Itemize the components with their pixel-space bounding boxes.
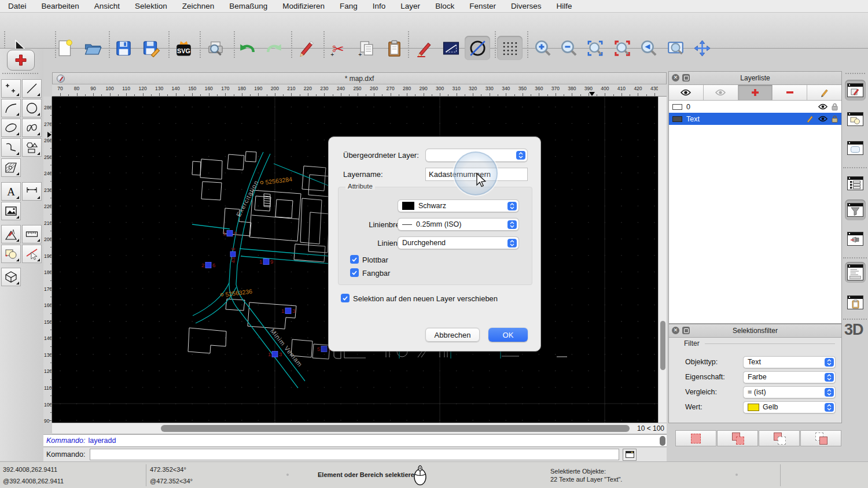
layer-lock-icon[interactable] — [832, 115, 838, 123]
menu-ansicht[interactable]: Ansicht — [94, 2, 120, 10]
paste-button[interactable] — [381, 36, 407, 60]
print-preview-button[interactable] — [203, 36, 228, 60]
zoom-previous-button[interactable] — [636, 36, 661, 60]
select-entity-tool[interactable] — [22, 245, 42, 263]
points-tool[interactable] — [1, 79, 21, 98]
dimension-tool[interactable] — [22, 182, 42, 201]
open-button[interactable] — [80, 36, 105, 60]
zoom-in-button[interactable] — [530, 36, 556, 60]
dock-drag-handle[interactable] — [845, 73, 865, 74]
spline-tool[interactable] — [22, 119, 42, 137]
circle-tool[interactable] — [22, 99, 42, 117]
dock-selection-filter-button[interactable] — [845, 199, 866, 220]
history-scrollbar-thumb[interactable] — [660, 436, 665, 446]
canvas-horizontal-scrollbar[interactable]: 10 < 100 — [52, 423, 667, 434]
canvas-vertical-scrollbar[interactable] — [658, 97, 667, 423]
zoom-auto-button[interactable] — [582, 36, 608, 60]
box-3d-tool[interactable] — [1, 268, 21, 286]
layer-edit-icon[interactable] — [806, 114, 814, 123]
hatch-tool[interactable] — [1, 158, 21, 177]
menu-modifizieren[interactable]: Modifizieren — [282, 2, 325, 10]
modify-tool[interactable] — [1, 245, 21, 263]
menu-diverses[interactable]: Diverses — [511, 2, 542, 10]
line-tool-button[interactable] — [438, 36, 464, 60]
redo-button[interactable] — [261, 36, 286, 60]
menu-block[interactable]: Block — [435, 2, 454, 10]
linetype-dropdown[interactable]: Durchgehend — [398, 236, 519, 249]
menu-bearbeiten[interactable]: Bearbeiten — [42, 2, 79, 10]
ok-button[interactable]: OK — [488, 328, 528, 342]
layer-color-swatch[interactable] — [672, 104, 682, 110]
layer-lock-icon[interactable] — [832, 103, 838, 110]
zoom-window-button[interactable] — [663, 36, 688, 60]
menu-fenster[interactable]: Fenster — [469, 2, 496, 10]
move-selection-checkbox[interactable] — [341, 294, 350, 302]
menu-hilfe[interactable]: Hilfe — [556, 2, 572, 10]
polyline-tool[interactable] — [1, 138, 21, 157]
detach-panel-icon[interactable] — [682, 74, 690, 82]
svg-export-button[interactable]: SVG — [171, 36, 196, 60]
ellipse-tool[interactable] — [1, 119, 21, 137]
delete-button[interactable] — [293, 36, 319, 60]
filter-panel-header[interactable]: ✕ Selektionsfilter — [669, 324, 841, 338]
layer-panel-header[interactable]: ✕ Layerliste — [669, 72, 841, 85]
zoom-selection-button[interactable] — [609, 36, 635, 60]
layer-row-0[interactable]: 0 — [669, 101, 841, 113]
save-button[interactable] — [111, 36, 136, 60]
select-remove-button[interactable] — [759, 430, 800, 446]
grid-toggle-button[interactable] — [497, 36, 523, 60]
select-intersect-button[interactable] — [800, 430, 841, 446]
plottable-checkbox[interactable] — [350, 255, 359, 264]
parent-layer-dropdown[interactable] — [425, 149, 528, 162]
objekttyp-dropdown[interactable]: Text — [743, 356, 836, 368]
hide-all-layers-button[interactable] — [704, 85, 738, 100]
measure-tool[interactable] — [22, 225, 42, 243]
show-all-layers-button[interactable] — [669, 85, 704, 100]
menu-fang[interactable]: Fang — [340, 2, 358, 10]
linewidth-dropdown[interactable]: 0.25mm (ISO) — [398, 218, 519, 231]
dock-library-browser-button[interactable] — [845, 228, 866, 249]
circle-tool-button[interactable] — [465, 36, 490, 60]
line-tool[interactable] — [22, 79, 42, 98]
layer-color-swatch[interactable] — [672, 116, 682, 122]
layer-visible-icon[interactable] — [818, 103, 827, 110]
add-layer-button[interactable] — [738, 85, 773, 100]
vergleich-dropdown[interactable]: = (ist) — [743, 386, 836, 398]
select-new-button[interactable] — [675, 430, 716, 446]
edit-layer-button[interactable] — [807, 85, 841, 100]
drawing-window-titlebar[interactable]: * map.dxf — [52, 72, 667, 84]
arc-tool[interactable] — [1, 99, 21, 117]
dock-command-history-button[interactable] — [845, 262, 866, 283]
dock-property-list-button[interactable] — [845, 173, 866, 194]
palette-drag-handle[interactable] — [2, 73, 38, 74]
menu-datei[interactable]: Datei — [8, 2, 27, 10]
color-dropdown[interactable]: Schwarz — [398, 199, 519, 212]
text-tool[interactable]: A — [1, 182, 21, 201]
select-add-button[interactable] — [717, 430, 758, 446]
scrollbar-thumb[interactable] — [660, 321, 665, 370]
edit-button[interactable] — [411, 36, 437, 60]
eigenschaft-dropdown[interactable]: Farbe — [743, 371, 836, 383]
detach-panel-icon[interactable] — [682, 327, 690, 334]
save-as-button[interactable] — [138, 36, 164, 60]
close-panel-icon[interactable]: ✕ — [672, 327, 679, 334]
menu-bemassung[interactable]: Bemaßung — [229, 2, 267, 10]
cadastre-label-vertical[interactable]: 436 — [230, 247, 236, 263]
menu-layer[interactable]: Layer — [400, 2, 420, 10]
mode-3d-button[interactable]: 3D — [844, 321, 863, 339]
undo-button[interactable] — [234, 36, 260, 60]
wert-dropdown[interactable]: Gelb — [743, 401, 836, 413]
menu-info[interactable]: Info — [373, 2, 386, 10]
menu-selektion[interactable]: Selektion — [135, 2, 167, 10]
dock-view-list-button[interactable] — [845, 138, 866, 158]
close-panel-icon[interactable]: ✕ — [672, 74, 679, 82]
command-input[interactable] — [90, 449, 619, 460]
layer-visible-icon[interactable] — [818, 116, 827, 122]
cut-button[interactable]: ✂+ — [326, 36, 351, 60]
cancel-button[interactable]: Abbrechen — [425, 328, 480, 342]
construction-tool[interactable] — [1, 225, 21, 243]
dock-block-list-button[interactable] — [845, 109, 866, 130]
dock-layer-list-button[interactable] — [845, 80, 866, 101]
pan-button[interactable] — [689, 36, 715, 60]
dock-clipboard-button[interactable] — [845, 292, 866, 313]
